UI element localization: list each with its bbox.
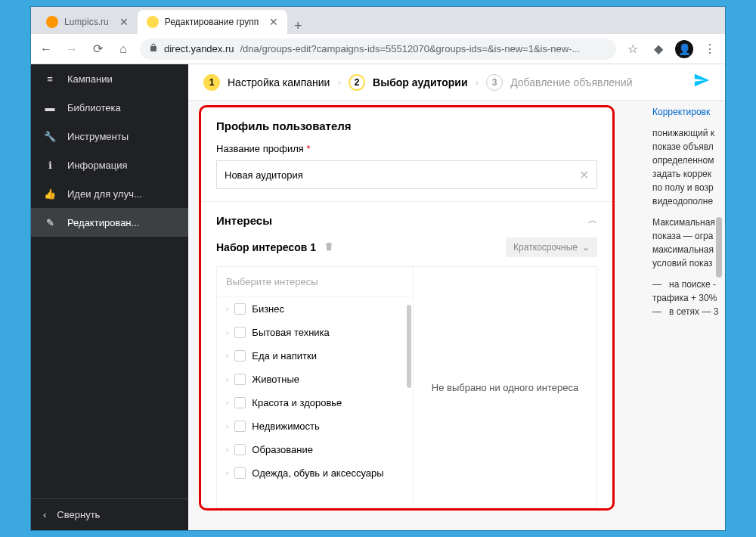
step-label[interactable]: Выбор аудитории — [373, 76, 467, 88]
reload-button[interactable]: ⟳ — [88, 42, 107, 56]
profile-panel: Профиль пользователя Название профиля * … — [199, 105, 615, 511]
interest-category-item[interactable]: ›Еда и напитки — [217, 344, 413, 368]
tab-close-icon[interactable]: ✕ — [119, 16, 129, 28]
extension-button[interactable]: ◆ — [649, 42, 668, 56]
tab-close-icon[interactable]: ✕ — [269, 16, 278, 28]
category-checkbox[interactable] — [234, 350, 246, 362]
pencil-icon: ✎ — [43, 217, 57, 228]
interest-category-item[interactable]: ›Красота и здоровье — [217, 391, 413, 414]
home-button[interactable]: ⌂ — [114, 42, 132, 56]
step-label[interactable]: Настройка кампании — [228, 76, 330, 88]
interests-heading: Интересы — [216, 214, 272, 227]
wrench-icon: 🔧 — [43, 131, 57, 142]
chevron-right-icon: › — [226, 445, 228, 454]
send-button[interactable] — [693, 72, 710, 92]
back-button[interactable]: ← — [37, 42, 55, 56]
browser-tab[interactable]: Lumpics.ru✕ — [37, 10, 138, 34]
category-checkbox[interactable] — [234, 467, 246, 479]
step-number: 2 — [349, 74, 365, 91]
chevron-left-icon: ‹ — [43, 509, 46, 520]
interest-category-item[interactable]: ›Бизнес — [217, 297, 413, 321]
url-path: /dna/groups-edit?campaigns-ids=55512070&… — [240, 43, 581, 54]
step-label[interactable]: Добавление объявлений — [510, 76, 632, 88]
bookmark-button[interactable]: ☆ — [624, 42, 642, 56]
step-number: 3 — [486, 74, 503, 91]
sidebar: ≡Кампании▬Библиотека🔧ИнструментыℹИнформа… — [31, 64, 188, 530]
address-bar[interactable]: direct.yandex.ru/dna/groups-edit?campaig… — [140, 39, 616, 60]
category-checkbox[interactable] — [234, 374, 246, 385]
profile-heading: Профиль пользователя — [216, 120, 597, 132]
chevron-right-icon: › — [226, 422, 228, 430]
help-link[interactable]: Корректировк — [652, 107, 710, 117]
sidebar-item[interactable]: ▬Библиотека — [31, 93, 188, 122]
interest-category-item[interactable]: ›Недвижимость — [217, 414, 413, 438]
tab-favicon — [46, 16, 58, 28]
sidebar-item[interactable]: ℹИнформация — [31, 151, 188, 179]
profile-name-input[interactable]: Новая аудитория ✕ — [216, 160, 597, 189]
scrollbar-thumb[interactable] — [716, 217, 722, 278]
chevron-right-icon: › — [476, 76, 479, 88]
tab-strip: Lumpics.ru✕Редактирование групп✕+ — [31, 7, 725, 34]
step-breadcrumb: 1Настройка кампании›2Выбор аудитории›3До… — [188, 64, 725, 101]
profile-name-label: Название профиля * — [216, 143, 597, 154]
chevron-down-icon: ⌄ — [582, 242, 590, 253]
sidebar-item[interactable]: 🔧Инструменты — [31, 122, 188, 151]
category-checkbox[interactable] — [234, 444, 246, 455]
sidebar-item[interactable]: ✎Редактирован... — [31, 208, 188, 237]
interests-empty-message: Не выбрано ни одного интереса — [414, 267, 596, 508]
delete-set-icon[interactable] — [324, 241, 334, 254]
interest-type-select[interactable]: Краткосрочные ⌄ — [506, 237, 597, 257]
category-checkbox[interactable] — [234, 303, 246, 315]
book-icon: ▬ — [43, 102, 57, 113]
interest-set-label: Набор интересов 1 — [216, 241, 316, 253]
chevron-right-icon: › — [337, 76, 341, 88]
category-checkbox[interactable] — [234, 327, 246, 338]
main-scrollbar[interactable] — [714, 66, 723, 529]
chevron-right-icon: › — [226, 399, 228, 407]
interest-category-item[interactable]: ›Бытовая техника — [217, 321, 413, 344]
category-checkbox[interactable] — [234, 421, 246, 432]
chevron-right-icon: › — [226, 305, 228, 313]
lock-icon — [149, 43, 158, 54]
clear-icon[interactable]: ✕ — [579, 168, 589, 182]
chevron-right-icon: › — [226, 352, 228, 360]
browser-tab[interactable]: Редактирование групп✕ — [138, 10, 288, 34]
step-number: 1 — [203, 74, 220, 91]
sidebar-item[interactable]: 👍Идеи для улуч... — [31, 179, 188, 208]
sidebar-item[interactable]: ≡Кампании — [31, 64, 188, 93]
chevron-right-icon: › — [226, 375, 228, 383]
interest-category-item[interactable]: ›Образование — [217, 438, 413, 461]
tab-favicon — [147, 16, 159, 28]
forward-button[interactable]: → — [63, 42, 81, 56]
browser-toolbar: ← → ⟳ ⌂ direct.yandex.ru/dna/groups-edit… — [31, 34, 725, 64]
menu-button[interactable]: ⋮ — [701, 42, 719, 56]
category-checkbox[interactable] — [234, 397, 246, 408]
sidebar-collapse-button[interactable]: ‹Свернуть — [31, 498, 188, 530]
new-tab-button[interactable]: + — [287, 18, 308, 34]
scrollbar-thumb[interactable] — [407, 305, 411, 388]
info-icon: ℹ — [43, 160, 57, 171]
chevron-right-icon: › — [226, 328, 228, 337]
profile-avatar[interactable]: 👤 — [675, 40, 693, 58]
interests-search-input[interactable]: Выберите интересы — [217, 267, 413, 297]
main-content: 1Настройка кампании›2Выбор аудитории›3До… — [188, 64, 725, 530]
url-domain: direct.yandex.ru — [164, 43, 234, 54]
interest-category-item[interactable]: ›Одежда, обувь и аксессуары — [217, 461, 413, 485]
chevron-right-icon: › — [226, 469, 228, 477]
interest-category-item[interactable]: ›Животные — [217, 368, 413, 391]
menu-icon: ≡ — [43, 73, 57, 85]
thumb-icon: 👍 — [43, 188, 57, 200]
collapse-icon[interactable]: ︿ — [588, 214, 597, 227]
